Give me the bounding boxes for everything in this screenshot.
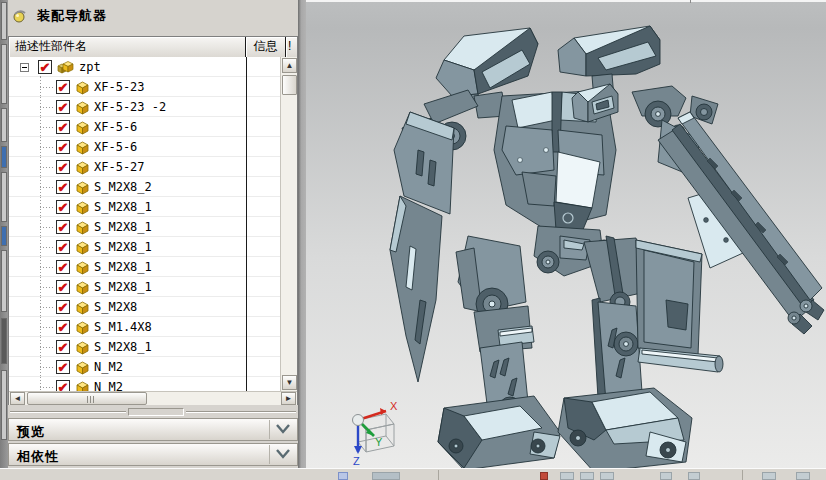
- tree-item[interactable]: ✔ N_M2: [9, 357, 280, 377]
- assembly-tree: 描述性部件名 信息 ! ✔ zpt ✔ XF-5-23 ✔: [8, 36, 298, 405]
- tree-item-root[interactable]: ✔ zpt: [9, 57, 280, 77]
- preview-section-label: 预览: [17, 423, 45, 441]
- assembly-navigator-panel: 装配导航器 描述性部件名 信息 ! ✔ zpt ✔ XF-5-23: [8, 0, 306, 470]
- tree-item[interactable]: ✔ S_M2X8_1: [9, 197, 280, 217]
- preview-expand-button[interactable]: [269, 420, 295, 439]
- item-checkbox[interactable]: ✔: [56, 260, 70, 274]
- tree-item[interactable]: ✔ S_M2X8_1: [9, 217, 280, 237]
- toolbar-fragment[interactable]: [600, 472, 614, 480]
- item-checkbox[interactable]: ✔: [56, 200, 70, 214]
- tree-item[interactable]: ✔ S_M1.4X8: [9, 317, 280, 337]
- horizontal-scrollbar[interactable]: ◄ ►: [9, 391, 297, 405]
- tree-item[interactable]: ✔ XF-5-6: [9, 117, 280, 137]
- part-icon: [75, 380, 90, 391]
- item-checkbox[interactable]: ✔: [56, 160, 70, 174]
- tree-item[interactable]: ✔ S_M2X8_1: [9, 237, 280, 257]
- part-icon: [75, 140, 90, 158]
- scroll-up-button[interactable]: ▲: [282, 58, 297, 73]
- tree-column-headers: 描述性部件名 信息 !: [9, 37, 297, 57]
- tree-item[interactable]: ✔ S_M2X8_1: [9, 257, 280, 277]
- panel-viewport-divider[interactable]: [298, 0, 306, 470]
- vertical-scrollbar[interactable]: ▲ ▼: [280, 57, 297, 391]
- rail-tab[interactable]: [1, 2, 7, 40]
- part-name: S_M2X8_1: [94, 200, 152, 214]
- dependencies-section-label: 相依性: [17, 448, 59, 466]
- toolbar-fragment[interactable]: [688, 472, 700, 480]
- part-icon: [75, 240, 90, 258]
- dependencies-section-bar[interactable]: 相依性: [8, 443, 298, 466]
- tree-item[interactable]: ✔ S_M2X8_1: [9, 277, 280, 297]
- tree-rows: ✔ zpt ✔ XF-5-23 ✔ XF-5-23 -2 ✔: [9, 57, 280, 391]
- item-checkbox[interactable]: ✔: [56, 220, 70, 234]
- scroll-down-button[interactable]: ▼: [282, 375, 297, 390]
- part-name: S_M1.4X8: [94, 320, 152, 334]
- part-name: S_M2X8_1: [94, 240, 152, 254]
- scroll-left-button[interactable]: ◄: [10, 392, 25, 405]
- item-checkbox[interactable]: ✔: [56, 180, 70, 194]
- item-checkbox[interactable]: ✔: [56, 280, 70, 294]
- item-checkbox[interactable]: ✔: [56, 100, 70, 114]
- item-checkbox[interactable]: ✔: [56, 360, 70, 374]
- tree-item[interactable]: ✔ S_M2X8_2: [9, 177, 280, 197]
- toolbar-fragment[interactable]: [560, 472, 574, 480]
- rail-tab[interactable]: [1, 44, 7, 104]
- part-name: S_M2X8_1: [94, 220, 152, 234]
- toolbar-fragment[interactable]: [540, 472, 548, 480]
- tree-item[interactable]: ✔ XF-5-27: [9, 157, 280, 177]
- part-icon: [75, 340, 90, 358]
- rail-tab[interactable]: [1, 318, 7, 364]
- preview-section-bar[interactable]: 预览: [8, 418, 298, 441]
- item-checkbox[interactable]: ✔: [56, 300, 70, 314]
- dependencies-expand-button[interactable]: [269, 445, 295, 464]
- tree-item[interactable]: ✔ XF-5-23: [9, 77, 280, 97]
- item-checkbox[interactable]: ✔: [56, 140, 70, 154]
- toolbar-fragment[interactable]: [762, 472, 776, 480]
- toolbar-fragment[interactable]: [580, 472, 594, 480]
- rail-tab[interactable]: [1, 172, 7, 222]
- vertical-scroll-thumb[interactable]: [282, 75, 297, 95]
- item-checkbox[interactable]: ✔: [56, 340, 70, 354]
- tree-item[interactable]: ✔ XF-5-23 -2: [9, 97, 280, 117]
- rail-tab[interactable]: [1, 108, 7, 142]
- part-icon: [75, 220, 90, 238]
- toolbar-fragment[interactable]: [796, 472, 810, 480]
- rail-tab-active[interactable]: [1, 226, 7, 246]
- triad-origin-ball[interactable]: [353, 415, 364, 426]
- rail-tab[interactable]: [1, 250, 7, 312]
- item-checkbox[interactable]: ✔: [38, 60, 52, 74]
- column-header-partial[interactable]: !: [286, 37, 297, 57]
- part-name: zpt: [79, 60, 101, 74]
- tree-item[interactable]: ✔ S_M2X8_1: [9, 337, 280, 357]
- horizontal-scroll-thumb[interactable]: [27, 392, 147, 405]
- expander-minus[interactable]: [20, 63, 29, 72]
- splitter-handle[interactable]: [128, 408, 184, 416]
- z-axis-label: Z: [353, 455, 360, 466]
- column-header-info[interactable]: 信息: [246, 37, 286, 57]
- orientation-triad[interactable]: X Y Z: [328, 396, 404, 466]
- part-icon: [75, 320, 90, 338]
- item-checkbox[interactable]: ✔: [56, 240, 70, 254]
- part-name: N_M2: [94, 360, 123, 374]
- tree-item[interactable]: ✔ S_M2X8: [9, 297, 280, 317]
- chevron-down-icon: [276, 424, 290, 434]
- graphics-viewport[interactable]: X Y Z: [306, 0, 826, 468]
- part-name: XF-5-27: [94, 160, 145, 174]
- scroll-right-button[interactable]: ►: [281, 392, 296, 405]
- resource-bar-rail[interactable]: [0, 0, 8, 480]
- item-checkbox[interactable]: ✔: [56, 120, 70, 134]
- item-checkbox[interactable]: ✔: [56, 320, 70, 334]
- item-checkbox[interactable]: ✔: [56, 380, 70, 391]
- item-checkbox[interactable]: ✔: [56, 80, 70, 94]
- toolbar-fragment[interactable]: [372, 472, 400, 480]
- tree-item[interactable]: ✔ N_M2: [9, 377, 280, 391]
- part-icon: [75, 280, 90, 298]
- part-icon: [75, 360, 90, 378]
- rail-tab[interactable]: [1, 370, 7, 440]
- toolbar-fragment[interactable]: [660, 472, 672, 480]
- column-header-name[interactable]: 描述性部件名: [9, 37, 246, 57]
- column-separator: [246, 57, 247, 391]
- toolbar-fragment[interactable]: [338, 472, 348, 480]
- tree-item[interactable]: ✔ XF-5-6: [9, 137, 280, 157]
- panel-splitter[interactable]: [8, 407, 298, 417]
- rail-tab-active[interactable]: [1, 146, 7, 168]
